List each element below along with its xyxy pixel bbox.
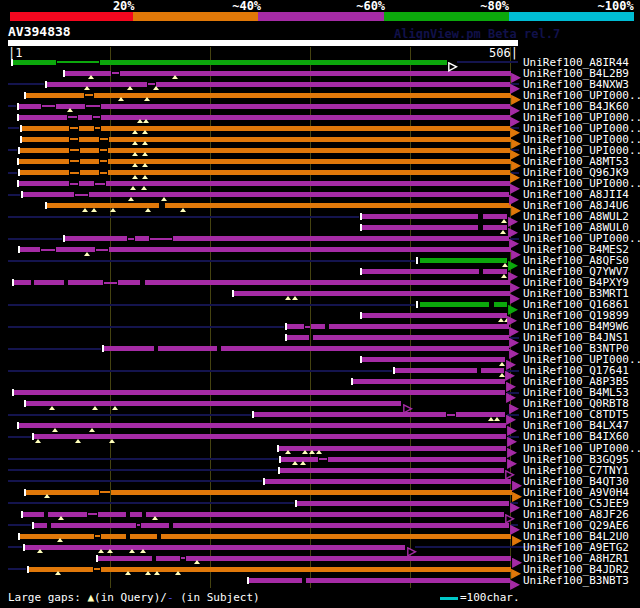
alignment-segment[interactable]: [12, 60, 56, 65]
alignment-segment[interactable]: [19, 247, 40, 252]
alignment-segment[interactable]: [18, 159, 69, 164]
alignment-segment[interactable]: [64, 236, 127, 241]
alignment-segment[interactable]: [173, 523, 509, 528]
alignment-segment[interactable]: [57, 61, 99, 63]
alignment-segment[interactable]: [173, 236, 509, 241]
alignment-segment[interactable]: [141, 523, 169, 528]
alignment-segment[interactable]: [85, 94, 93, 96]
alignment-segment[interactable]: [94, 568, 100, 570]
alignment-segment[interactable]: [86, 105, 100, 107]
alignment-segment[interactable]: [148, 83, 155, 85]
alignment-segment[interactable]: [165, 203, 511, 208]
alignment-segment[interactable]: [13, 280, 31, 285]
hit-label[interactable]: UniRef100_UPI000..: [523, 443, 640, 454]
hit-label[interactable]: UniRef100_A8JF26: [523, 509, 629, 520]
alignment-segment[interactable]: [150, 238, 172, 240]
alignment-segment[interactable]: [94, 93, 511, 98]
alignment-segment[interactable]: [89, 192, 509, 197]
alignment-segment[interactable]: [112, 72, 119, 74]
alignment-segment[interactable]: [100, 172, 107, 174]
alignment-segment[interactable]: [361, 313, 507, 318]
alignment-segment[interactable]: [361, 269, 479, 274]
alignment-segment[interactable]: [21, 137, 69, 142]
alignment-segment[interactable]: [79, 126, 94, 131]
alignment-segment[interactable]: [296, 501, 509, 506]
alignment-segment[interactable]: [313, 335, 509, 340]
alignment-segment[interactable]: [25, 401, 401, 406]
alignment-segment[interactable]: [75, 194, 88, 196]
alignment-segment[interactable]: [95, 535, 100, 537]
hit-label[interactable]: UniRef100_B3NBT3: [523, 575, 629, 586]
alignment-segment[interactable]: [88, 513, 97, 515]
alignment-segment[interactable]: [22, 512, 44, 517]
alignment-segment[interactable]: [100, 491, 110, 493]
alignment-segment[interactable]: [146, 512, 504, 517]
alignment-segment[interactable]: [28, 567, 93, 572]
alignment-segment[interactable]: [25, 93, 84, 98]
alignment-segment[interactable]: [361, 214, 478, 219]
hit-label[interactable]: UniRef100_Q29AE6: [523, 520, 629, 531]
alignment-segment[interactable]: [279, 468, 504, 473]
alignment-segment[interactable]: [305, 326, 310, 328]
alignment-segment[interactable]: [447, 414, 455, 416]
alignment-segment[interactable]: [319, 458, 327, 460]
alignment-segment[interactable]: [264, 479, 511, 484]
alignment-segment[interactable]: [306, 578, 510, 583]
hit-label[interactable]: UniRef100_C5JEE9: [523, 498, 629, 509]
alignment-segment[interactable]: [101, 104, 510, 109]
alignment-segment[interactable]: [106, 181, 510, 186]
alignment-segment[interactable]: [311, 324, 325, 329]
alignment-segment[interactable]: [104, 282, 117, 284]
alignment-segment[interactable]: [100, 60, 447, 65]
alignment-segment[interactable]: [186, 556, 511, 561]
alignment-segment[interactable]: [108, 170, 510, 175]
alignment-segment[interactable]: [156, 82, 510, 87]
alignment-segment[interactable]: [130, 534, 157, 539]
alignment-segment[interactable]: [181, 557, 185, 559]
alignment-segment[interactable]: [96, 249, 108, 251]
alignment-segment[interactable]: [118, 280, 140, 285]
alignment-segment[interactable]: [494, 302, 507, 307]
alignment-segment[interactable]: [22, 192, 74, 197]
alignment-segment[interactable]: [135, 236, 149, 241]
alignment-segment[interactable]: [101, 126, 510, 131]
alignment-segment[interactable]: [80, 159, 99, 164]
alignment-segment[interactable]: [100, 149, 107, 151]
alignment-segment[interactable]: [161, 534, 511, 539]
hit-label[interactable]: UniRef100_C7TNY1: [523, 465, 629, 476]
alignment-segment[interactable]: [108, 159, 511, 164]
hit-label[interactable]: UniRef100_B4IX60: [523, 431, 629, 442]
alignment-segment[interactable]: [328, 457, 506, 462]
alignment-segment[interactable]: [100, 138, 108, 140]
alignment-segment[interactable]: [109, 247, 511, 252]
alignment-segment[interactable]: [33, 434, 506, 439]
alignment-segment[interactable]: [156, 556, 180, 561]
alignment-segment[interactable]: [361, 225, 478, 230]
alignment-segment[interactable]: [33, 523, 47, 528]
hit-label[interactable]: UniRef100_B4QT30: [523, 476, 629, 487]
alignment-segment[interactable]: [78, 115, 92, 120]
alignment-segment[interactable]: [158, 346, 217, 351]
alignment-segment[interactable]: [25, 490, 99, 495]
alignment-segment[interactable]: [130, 512, 142, 517]
alignment-segment[interactable]: [51, 523, 136, 528]
alignment-segment[interactable]: [70, 172, 79, 174]
alignment-segment[interactable]: [286, 324, 304, 329]
alignment-segment[interactable]: [95, 183, 105, 185]
alignment-segment[interactable]: [145, 280, 510, 285]
alignment-segment[interactable]: [100, 160, 107, 162]
alignment-segment[interactable]: [18, 115, 67, 120]
hit-label[interactable]: UniRef100_B3GQ95: [523, 454, 629, 465]
alignment-segment[interactable]: [18, 181, 69, 186]
alignment-segment[interactable]: [79, 181, 94, 186]
alignment-segment[interactable]: [70, 149, 79, 151]
alignment-segment[interactable]: [137, 524, 140, 526]
alignment-segment[interactable]: [97, 556, 152, 561]
alignment-segment[interactable]: [42, 105, 55, 107]
alignment-segment[interactable]: [19, 170, 69, 175]
alignment-segment[interactable]: [108, 148, 510, 153]
alignment-segment[interactable]: [420, 302, 489, 307]
alignment-segment[interactable]: [34, 280, 64, 285]
alignment-segment[interactable]: [80, 148, 99, 153]
alignment-segment[interactable]: [98, 512, 126, 517]
